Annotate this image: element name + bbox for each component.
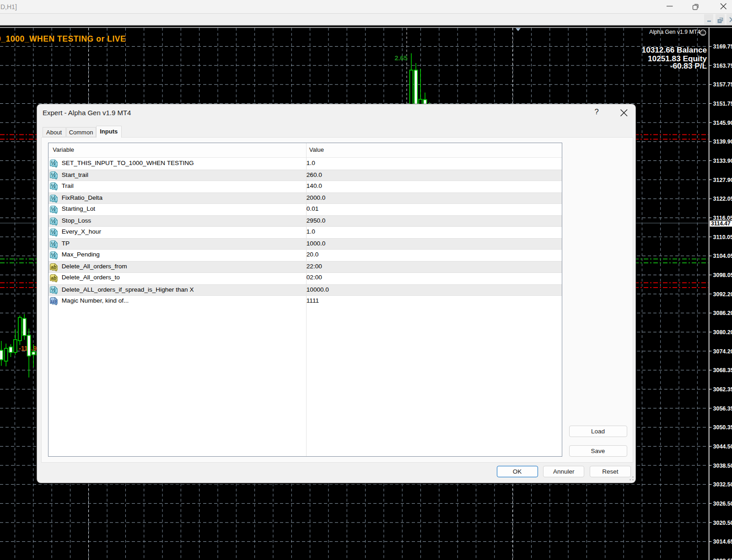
svg-text:3163.75: 3163.75 <box>713 63 732 69</box>
svg-text:3038.50: 3038.50 <box>713 463 732 469</box>
svg-text:0_1000_WHEN TESTING or LIVE: 0_1000_WHEN TESTING or LIVE <box>0 34 126 43</box>
svg-text:½: ½ <box>51 195 56 202</box>
svg-text:½: ½ <box>51 160 56 167</box>
svg-text:3127.90: 3127.90 <box>713 177 732 183</box>
svg-text:3104.05: 3104.05 <box>713 253 732 259</box>
svg-text:3056.35: 3056.35 <box>713 405 732 412</box>
svg-text:10312.66 Balance: 10312.66 Balance <box>642 45 707 54</box>
svg-text:3020.50: 3020.50 <box>713 520 732 526</box>
svg-text:½: ½ <box>51 251 56 258</box>
svg-text:½: ½ <box>51 218 56 224</box>
svg-text:½: ½ <box>51 183 56 190</box>
svg-text:3008.65: 3008.65 <box>713 558 732 560</box>
svg-text:3169.75: 3169.75 <box>713 43 732 50</box>
svg-text:3068.35: 3068.35 <box>713 367 732 373</box>
svg-text:3032.50: 3032.50 <box>713 481 732 488</box>
svg-text:3050.35: 3050.35 <box>713 424 732 431</box>
svg-text:½: ½ <box>51 286 56 293</box>
svg-text:ab: ab <box>51 275 56 281</box>
svg-text:123: 123 <box>51 299 57 304</box>
svg-text:½: ½ <box>51 206 56 213</box>
svg-text:3014.65: 3014.65 <box>713 539 732 545</box>
svg-text:3098.05: 3098.05 <box>713 272 732 278</box>
svg-text:3139.90: 3139.90 <box>713 139 732 145</box>
svg-text:3157.75: 3157.75 <box>713 81 732 88</box>
svg-text:3080.20: 3080.20 <box>713 329 732 336</box>
svg-text:3114.47: 3114.47 <box>711 220 731 227</box>
svg-text:3110.05: 3110.05 <box>713 234 732 240</box>
svg-text:½: ½ <box>51 172 56 179</box>
svg-text:3151.75: 3151.75 <box>713 101 732 107</box>
svg-text:-60.83 P/L: -60.83 P/L <box>670 61 707 70</box>
svg-text:3026.50: 3026.50 <box>713 501 732 507</box>
svg-text:ab: ab <box>51 264 56 270</box>
svg-text:Alpha Gen v1.9 MT4: Alpha Gen v1.9 MT4 <box>649 29 700 35</box>
svg-text:3086.20: 3086.20 <box>713 310 732 316</box>
svg-text:3122.05: 3122.05 <box>713 196 732 202</box>
svg-text:3062.35: 3062.35 <box>713 386 732 393</box>
svg-text:3145.90: 3145.90 <box>713 120 732 126</box>
svg-text:3092.20: 3092.20 <box>713 291 732 298</box>
svg-text:3074.20: 3074.20 <box>713 348 732 355</box>
svg-text:½: ½ <box>51 229 56 235</box>
svg-text:3044.50: 3044.50 <box>713 443 732 450</box>
svg-text:2.65: 2.65 <box>395 54 408 62</box>
svg-text:½: ½ <box>51 240 56 247</box>
svg-text:3133.90: 3133.90 <box>713 158 732 164</box>
